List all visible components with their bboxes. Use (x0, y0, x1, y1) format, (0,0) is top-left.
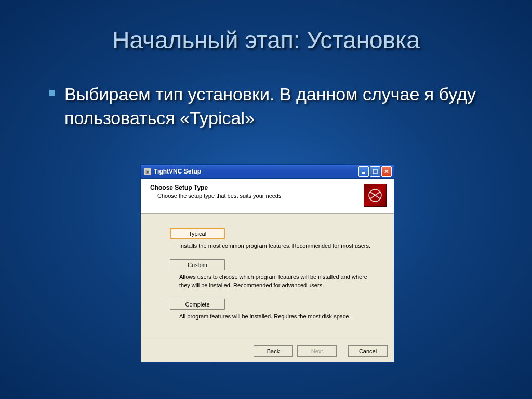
wizard-header: Choose Setup Type Choose the setup type … (141, 179, 394, 214)
wizard-body: Typical Installs the most common program… (141, 214, 394, 340)
complete-description: All program features will be installed. … (170, 310, 378, 321)
titlebar[interactable]: ▣ TightVNC Setup (141, 165, 394, 179)
cancel-button[interactable]: Cancel (348, 345, 388, 357)
svg-rect-1 (373, 169, 377, 174)
maximize-button[interactable] (370, 166, 380, 177)
option-complete: Complete All program features will be in… (170, 299, 378, 321)
typical-button[interactable]: Typical (170, 228, 225, 239)
back-button[interactable]: Back (254, 345, 293, 357)
bullet-item: Выбираем тип установки. В данном случае … (49, 83, 483, 130)
option-custom: Custom Allows users to choose which prog… (170, 259, 378, 289)
wizard-footer: Back Next Cancel (141, 340, 394, 362)
product-logo-icon (364, 184, 387, 207)
bullet-text: Выбираем тип установки. В данном случае … (64, 83, 483, 130)
minimize-button[interactable] (358, 166, 369, 177)
custom-description: Allows users to choose which program fea… (170, 270, 378, 289)
next-button: Next (297, 345, 337, 357)
bullet-marker-icon (49, 90, 55, 96)
typical-description: Installs the most common program feature… (170, 239, 378, 250)
close-button[interactable] (381, 166, 392, 177)
wizard-subtitle: Choose the setup type that best suits yo… (150, 193, 281, 199)
slide-title: Начальный этап: Установка (49, 26, 483, 54)
app-icon: ▣ (144, 168, 151, 175)
option-typical: Typical Installs the most common program… (170, 228, 378, 250)
custom-button[interactable]: Custom (170, 259, 225, 270)
wizard-header-text: Choose Setup Type Choose the setup type … (150, 184, 281, 199)
complete-button[interactable]: Complete (170, 299, 225, 310)
installer-window: ▣ TightVNC Setup Choose Setup Type Choos… (140, 164, 394, 363)
window-controls (358, 166, 392, 177)
svg-rect-0 (362, 172, 365, 174)
window-title: TightVNC Setup (154, 168, 358, 175)
wizard-title: Choose Setup Type (150, 184, 281, 191)
